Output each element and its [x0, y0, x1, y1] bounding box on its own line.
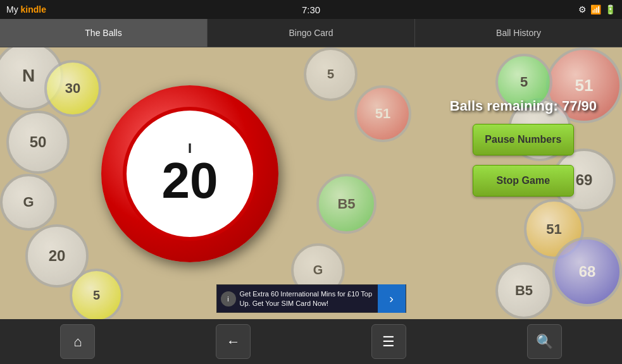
ball-number: 20: [162, 155, 218, 206]
tab-the-balls[interactable]: The Balls: [0, 19, 208, 47]
status-time: 7:30: [302, 4, 320, 15]
tab-bingo-card[interactable]: Bingo Card: [208, 19, 415, 47]
menu-button[interactable]: ☰: [371, 324, 406, 359]
bg-ball-2: 30: [44, 60, 101, 117]
ad-banner: i Get Extra 60 International Mins for £1…: [216, 284, 406, 313]
home-icon: ⌂: [73, 334, 82, 350]
bg-ball-12: 68: [552, 237, 622, 306]
ad-text: Get Extra 60 International Mins for £10 …: [240, 289, 378, 308]
bg-ball-15: 51: [354, 85, 411, 142]
search-icon: 🔍: [536, 334, 553, 350]
battery-icon: 🔋: [605, 4, 616, 15]
right-panel: Balls remaining: 77/90 Pause Numbers Sto…: [450, 98, 597, 197]
back-button[interactable]: ←: [216, 324, 251, 359]
bottom-nav-bar: ⌂ ← ☰ 🔍: [0, 319, 622, 364]
home-button[interactable]: ⌂: [60, 324, 95, 359]
featured-ball-inner: I 20: [127, 111, 253, 237]
menu-icon: ☰: [382, 334, 395, 350]
bg-ball-16: B5: [316, 174, 376, 234]
status-icons: ⚙ 📶 🔋: [578, 4, 616, 15]
pause-numbers-button[interactable]: Pause Numbers: [473, 124, 574, 155]
back-icon: ←: [227, 334, 240, 350]
main-content: N 30 50 G 20 5 51 21 5 69 51 68 B5 5 51 …: [0, 47, 622, 319]
bg-ball-13: B5: [495, 262, 552, 319]
featured-ball: I 20: [101, 85, 278, 262]
settings-icon[interactable]: ⚙: [578, 4, 587, 15]
bg-ball-3: 50: [6, 111, 70, 174]
bg-ball-14: 5: [304, 47, 358, 101]
status-bar: My kindle 7:30 ⚙ 📶 🔋: [0, 0, 622, 19]
featured-ball-container: I 20: [95, 66, 285, 281]
tab-ball-history[interactable]: Ball History: [415, 19, 622, 47]
balls-remaining-display: Balls remaining: 77/90: [450, 98, 597, 114]
signal-icon: 📶: [590, 4, 601, 15]
stop-game-button[interactable]: Stop Game: [473, 165, 574, 197]
bg-ball-4: G: [0, 174, 57, 231]
tab-bar: The Balls Bingo Card Ball History: [0, 19, 622, 47]
ad-info-icon[interactable]: i: [221, 291, 236, 306]
ad-arrow-button[interactable]: ›: [378, 284, 406, 313]
app-title: My kindle: [6, 4, 46, 15]
search-button[interactable]: 🔍: [527, 324, 562, 359]
